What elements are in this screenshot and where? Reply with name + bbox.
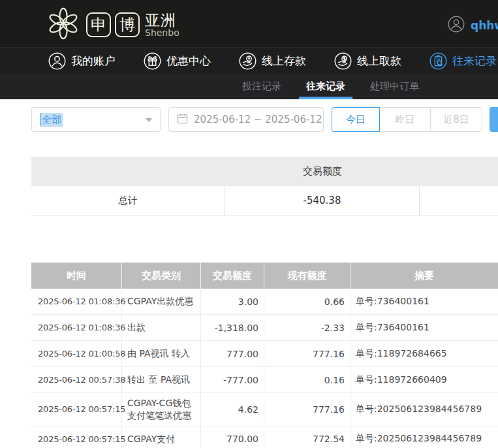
records-tab-bar: 投注记录 往来记录 处理中订单 — [0, 74, 498, 99]
brand-char-shen: 申 — [86, 12, 111, 37]
cell-summary: 单号:202506123984456789 — [350, 426, 498, 448]
gift-icon — [144, 52, 161, 70]
nav-item-records[interactable]: 往来记录 — [429, 52, 497, 70]
brand-char-bo: 博 — [115, 12, 140, 37]
nav-item-promotions[interactable]: 优惠中心 — [144, 52, 211, 70]
cell-balance: 772.54 — [264, 426, 350, 448]
table-header-row: 时间 交易类别 交易额度 现有额度 摘要 — [31, 263, 498, 289]
yesterday-button[interactable]: 昨日 — [379, 107, 431, 132]
date-range-input[interactable]: 2025-06-12 ~ 2025-06-12 — [168, 107, 324, 132]
cell-amount: 770.00 — [201, 426, 264, 448]
cell-amount: -1,318.00 — [201, 315, 264, 341]
col-summary: 摘要 — [350, 263, 498, 289]
table-row: 2025-06-12 00:57:15 CGPAY支付 770.00 772.5… — [31, 426, 498, 448]
cell-time: 2025-06-12 01:00:58 — [31, 341, 122, 367]
user-avatar-icon — [448, 16, 465, 35]
nav-item-withdraw[interactable]: 线上取款 — [334, 52, 401, 70]
cell-balance: 0.16 — [264, 367, 350, 393]
summary-header-label: 交易额度 — [225, 165, 420, 178]
cell-balance: -2.33 — [264, 315, 350, 341]
last-8-days-button[interactable]: 近8日 — [430, 107, 482, 132]
table-row: 2025-06-12 01:08:36 出款 -1,318.00 -2.33 单… — [31, 315, 498, 341]
top-header-bar: 申 博 亚洲 Shenbo qhhw2 — [0, 0, 498, 47]
nav-label: 往来记录 — [452, 54, 497, 69]
quick-range-buttons: 今日 昨日 近8日 — [332, 107, 482, 132]
summary-total-row: 总计 -540.38 — [31, 186, 498, 216]
tab-transaction-records[interactable]: 往来记录 — [303, 74, 349, 99]
transactions-table: 时间 交易类别 交易额度 现有额度 摘要 2025-06-12 01:08:36… — [31, 263, 498, 448]
cell-time: 2025-06-12 00:57:15 — [31, 393, 122, 426]
user-icon — [48, 52, 66, 70]
cell-type: CGPAY-CG钱包支付笔笔送优惠 — [122, 393, 201, 426]
cell-amount: 3.00 — [201, 289, 264, 315]
cell-summary: 单号:118972684665 — [350, 341, 498, 367]
summary-header-row: 交易额度 — [31, 157, 498, 186]
type-select[interactable]: 全部 — [31, 107, 161, 132]
cell-type: CGPAY出款优惠 — [122, 289, 201, 315]
cell-time: 2025-06-12 00:57:38 — [31, 367, 122, 393]
tab-betting-records[interactable]: 投注记录 — [239, 74, 285, 99]
search-button[interactable] — [490, 107, 498, 132]
cell-balance: 777.16 — [264, 393, 350, 426]
summary-empty-cell — [420, 186, 498, 215]
type-select-value: 全部 — [40, 113, 63, 127]
col-balance: 现有额度 — [264, 263, 350, 289]
cell-balance: 0.66 — [264, 289, 350, 315]
col-type: 交易类别 — [122, 263, 201, 289]
cell-type: 转出 至 PA视讯 — [122, 367, 201, 393]
cell-summary: 单号:736400161 — [350, 315, 498, 341]
cell-amount: 4.62 — [201, 393, 264, 426]
today-button[interactable]: 今日 — [332, 107, 380, 132]
table-row: 2025-06-12 01:08:36 CGPAY出款优惠 3.00 0.66 … — [31, 289, 498, 315]
main-nav-bar: 我的账户 优惠中心 线上存款 — [0, 47, 498, 74]
cell-summary: 单号:118972660409 — [350, 367, 498, 393]
cell-type: 出款 — [122, 315, 201, 341]
cell-summary: 单号:202506123984456789 — [350, 393, 498, 426]
cell-amount: 777.00 — [201, 341, 264, 367]
cell-balance: 777.16 — [264, 341, 350, 367]
date-range-value: 2025-06-12 ~ 2025-06-12 — [194, 114, 322, 125]
tab-processing-orders[interactable]: 处理中订单 — [367, 74, 422, 99]
account-menu[interactable]: qhhw2 — [448, 16, 498, 35]
nav-item-deposit[interactable]: 线上存款 — [239, 52, 306, 70]
nav-label: 线上存款 — [262, 54, 306, 69]
cell-summary: 单号:736400161 — [350, 289, 498, 315]
brand-logo[interactable]: 申 博 亚洲 Shenbo — [44, 5, 179, 45]
table-row: 2025-06-12 00:57:38 转出 至 PA视讯 -777.00 0.… — [31, 367, 498, 393]
summary-table: 交易额度 总计 -540.38 — [31, 157, 498, 216]
cell-time: 2025-06-12 00:57:15 — [31, 426, 122, 448]
summary-total-label: 总计 — [31, 186, 225, 215]
username-text: qhhw2 — [471, 19, 498, 32]
records-icon — [429, 52, 447, 70]
col-time: 时间 — [31, 263, 122, 289]
brand-latin-text: Shenbo — [145, 28, 179, 38]
col-amount: 交易额度 — [201, 263, 264, 289]
flower-logo-icon — [44, 5, 82, 45]
cell-time: 2025-06-12 01:08:36 — [31, 289, 122, 315]
nav-label: 我的账户 — [71, 54, 116, 69]
nav-label: 优惠中心 — [166, 54, 211, 69]
nav-item-my-account[interactable]: 我的账户 — [48, 52, 116, 70]
cell-time: 2025-06-12 01:08:36 — [31, 315, 122, 341]
deposit-icon — [239, 52, 257, 70]
cell-amount: -777.00 — [201, 367, 264, 393]
cell-type: 由 PA视讯 转入 — [122, 341, 201, 367]
nav-label: 线上取款 — [357, 54, 401, 69]
cell-type: CGPAY支付 — [122, 426, 201, 448]
calendar-icon — [177, 113, 188, 127]
filter-row: 全部 2025-06-12 ~ 2025-06-12 今日 昨日 近8日 — [0, 106, 498, 133]
table-row: 2025-06-12 01:00:58 由 PA视讯 转入 777.00 777… — [31, 341, 498, 367]
table-row: 2025-06-12 00:57:15 CGPAY-CG钱包支付笔笔送优惠 4.… — [31, 393, 498, 426]
chevron-down-icon — [146, 118, 152, 122]
brand-region-text: 亚洲 — [145, 12, 179, 28]
summary-total-value: -540.38 — [225, 186, 420, 215]
withdraw-icon — [334, 52, 352, 70]
